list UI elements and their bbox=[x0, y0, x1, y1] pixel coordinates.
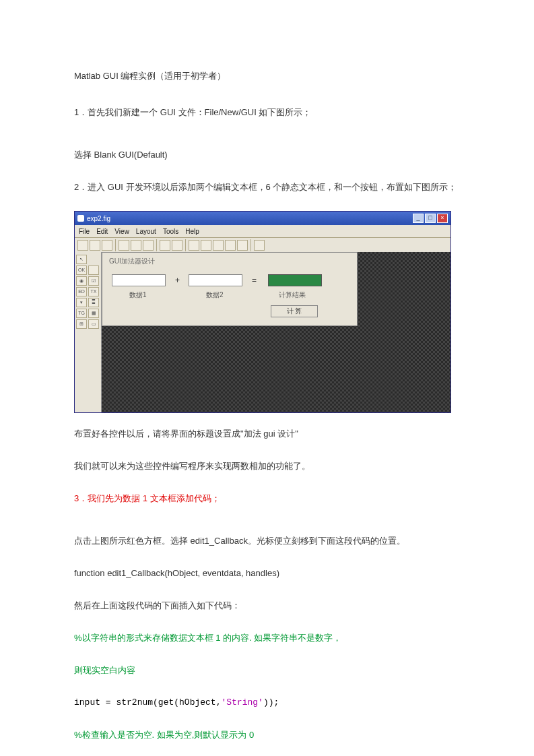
menu-view[interactable]: View bbox=[114, 228, 129, 235]
palette-table-icon[interactable]: ▦ bbox=[88, 309, 99, 318]
menu-help[interactable]: Help bbox=[185, 228, 199, 235]
toolbar-separator bbox=[251, 239, 251, 251]
maximize-button[interactable]: □ bbox=[425, 214, 436, 223]
code-text: (hObject, bbox=[174, 697, 221, 707]
paragraph-step2: 2．进入 GUI 开发环境以后添加两个编辑文本框，6 个静态文本框，和一个按钮，… bbox=[74, 179, 460, 196]
paragraph-select-blank: 选择 Blank GUI(Default) bbox=[74, 146, 460, 164]
toolbar-menu-icon[interactable] bbox=[201, 240, 211, 251]
menu-layout[interactable]: Layout bbox=[136, 228, 156, 235]
code-text: )); bbox=[263, 697, 279, 707]
calc-button[interactable]: 计 算 bbox=[271, 305, 318, 317]
toolbar-redo-icon[interactable] bbox=[172, 240, 182, 251]
app-icon bbox=[77, 215, 84, 222]
function-name: edit1_Callback(hObject, eventdata, handl… bbox=[105, 568, 279, 578]
palette-pushbutton-icon[interactable]: OK bbox=[76, 265, 87, 275]
menu-tools[interactable]: Tools bbox=[163, 228, 178, 235]
palette-text-icon[interactable]: TX bbox=[88, 287, 99, 296]
palette-select-icon[interactable]: ↖ bbox=[76, 255, 87, 264]
paragraph-write-code: 我们就可以来为这些控件编写程序来实现两数相加的功能了。 bbox=[74, 458, 460, 475]
code-text: input = bbox=[74, 697, 116, 707]
page-title: Matlab GUI 编程实例（适用于初学者） bbox=[74, 67, 460, 85]
label-data1: 数据1 bbox=[129, 290, 147, 300]
toolbar-undo-icon[interactable] bbox=[160, 240, 170, 251]
close-button[interactable]: × bbox=[437, 214, 448, 223]
result-static bbox=[268, 274, 322, 286]
window-title: exp2.fig bbox=[87, 215, 110, 222]
toolbar-new-icon[interactable] bbox=[77, 240, 88, 251]
toolbar-separator bbox=[115, 239, 116, 251]
equals-label: = bbox=[252, 276, 257, 285]
toolbar-cut-icon[interactable] bbox=[119, 240, 129, 251]
toolbar-separator bbox=[156, 239, 157, 251]
keyword-function: function bbox=[74, 568, 105, 578]
toolbar-copy-icon[interactable] bbox=[131, 240, 141, 251]
design-form[interactable]: GUI加法器设计 + = 数据1 数据2 计算结果 计 算 bbox=[102, 252, 358, 326]
plus-label: + bbox=[175, 276, 180, 285]
paragraph-set-title: 布置好各控件以后，请将界面的标题设置成"加法 gui 设计" bbox=[74, 425, 460, 443]
component-palette: ↖ OK ◉ ☑ ED TX ▾ ≣ TG bbox=[75, 252, 102, 412]
paragraph-step3: 3．我们先为数据 1 文本框添加代码； bbox=[74, 490, 460, 507]
layout-canvas[interactable]: GUI加法器设计 + = 数据1 数据2 计算结果 计 算 bbox=[102, 252, 450, 412]
palette-panel-icon[interactable]: ▭ bbox=[88, 319, 99, 329]
code-comment-3: %检查输入是否为空. 如果为空,则默认显示为 0 bbox=[74, 726, 460, 744]
toolbar-run-icon[interactable] bbox=[254, 240, 265, 251]
label-result: 计算结果 bbox=[279, 290, 306, 300]
code-string: 'String' bbox=[221, 697, 263, 707]
function-signature: function edit1_Callback(hObject, eventda… bbox=[74, 565, 460, 582]
palette-slider-icon[interactable] bbox=[88, 265, 99, 275]
minimize-button[interactable]: _ bbox=[413, 214, 424, 223]
toolbar-open-icon[interactable] bbox=[90, 240, 100, 251]
toolbar-tab-icon[interactable] bbox=[213, 240, 224, 251]
paragraph-insert-below: 然后在上面这段代码的下面插入如下代码： bbox=[74, 597, 460, 615]
toolbar-save-icon[interactable] bbox=[102, 240, 112, 251]
toolbar-separator bbox=[185, 239, 186, 251]
palette-axes-icon[interactable]: ⊞ bbox=[76, 319, 87, 329]
paragraph-click-red: 点击上图所示红色方框。选择 edit1_Callback。光标便立刻移到下面这段… bbox=[74, 532, 460, 550]
toolbar-editor-icon[interactable] bbox=[225, 240, 236, 251]
window-titlebar: exp2.fig _ □ × bbox=[75, 212, 450, 225]
paragraph-step1: 1．首先我们新建一个 GUI 文件：File/New/GUI 如下图所示； bbox=[74, 104, 460, 121]
code-fn-str2num: str2num bbox=[116, 697, 153, 707]
menu-bar: File Edit View Layout Tools Help bbox=[75, 225, 450, 238]
palette-radio-icon[interactable]: ◉ bbox=[76, 276, 87, 286]
palette-listbox-icon[interactable]: ≣ bbox=[88, 298, 99, 307]
gui-title-static: GUI加法器设计 bbox=[109, 257, 155, 266]
toolbar-inspector-icon[interactable] bbox=[237, 240, 248, 251]
code-fn-get: get bbox=[158, 697, 174, 707]
palette-popup-icon[interactable]: ▾ bbox=[76, 298, 87, 307]
code-comment-2: 则现实空白内容 bbox=[74, 662, 460, 679]
toolbar-align-icon[interactable] bbox=[189, 240, 199, 251]
palette-checkbox-icon[interactable]: ☑ bbox=[88, 276, 99, 286]
palette-toggle-icon[interactable]: TG bbox=[76, 309, 87, 318]
edit-data1[interactable] bbox=[112, 274, 166, 286]
label-data2: 数据2 bbox=[206, 290, 224, 300]
palette-edit-icon[interactable]: ED bbox=[76, 287, 87, 296]
tool-bar bbox=[75, 238, 450, 253]
edit-data2[interactable] bbox=[189, 274, 242, 286]
code-text: ( bbox=[153, 697, 158, 707]
menu-edit[interactable]: Edit bbox=[96, 228, 108, 235]
guide-screenshot: exp2.fig _ □ × File Edit View Layout Too… bbox=[74, 211, 451, 413]
code-line-1: input = str2num(get(hObject,'String')); bbox=[74, 694, 460, 712]
menu-file[interactable]: File bbox=[79, 228, 90, 235]
code-comment-1: %以字符串的形式来存储数据文本框 1 的内容. 如果字符串不是数字， bbox=[74, 629, 460, 647]
toolbar-paste-icon[interactable] bbox=[143, 240, 154, 251]
